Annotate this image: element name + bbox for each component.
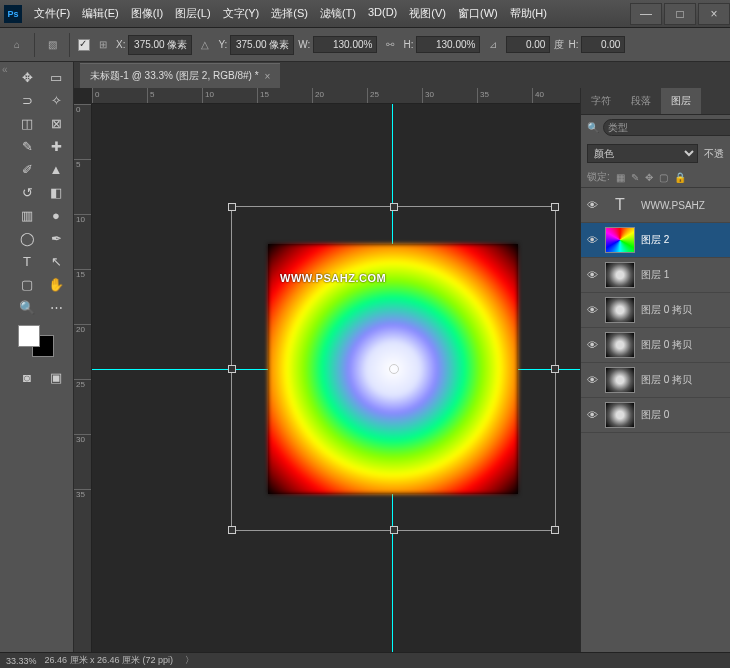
y-input[interactable]: 375.00 像素	[230, 35, 294, 55]
foreground-swatch[interactable]	[18, 325, 40, 347]
hand-tool[interactable]: ✋	[43, 273, 69, 295]
layer-row[interactable]: 👁图层 1	[581, 258, 730, 293]
handle-l[interactable]	[228, 365, 236, 373]
lock-move-icon[interactable]: ✥	[645, 172, 653, 183]
tab-paragraph[interactable]: 段落	[621, 88, 661, 114]
zoom-tool[interactable]: 🔍	[14, 296, 40, 318]
layer-thumb: T	[605, 192, 635, 218]
handle-b[interactable]	[390, 526, 398, 534]
doc-dimensions: 26.46 厘米 x 26.46 厘米 (72 ppi)	[45, 654, 174, 667]
home-icon[interactable]: ⌂	[8, 36, 26, 54]
layer-filter-input[interactable]	[603, 119, 730, 136]
checkbox[interactable]	[78, 39, 90, 51]
menu-item[interactable]: 滤镜(T)	[314, 2, 362, 25]
stamp-tool[interactable]: ▲	[43, 158, 69, 180]
eraser-tool[interactable]: ◧	[43, 181, 69, 203]
blend-mode-select[interactable]: 颜色	[587, 144, 698, 163]
x-input[interactable]: 375.00 像素	[128, 35, 192, 55]
frame-tool[interactable]: ⊠	[43, 112, 69, 134]
close-tab-icon[interactable]: ×	[265, 71, 271, 82]
lock-all-icon[interactable]: 🔒	[674, 172, 686, 183]
layer-thumb	[605, 367, 635, 393]
handle-tl[interactable]	[228, 203, 236, 211]
main-menu: 文件(F)编辑(E)图像(I)图层(L)文字(Y)选择(S)滤镜(T)3D(D)…	[28, 2, 628, 25]
visibility-icon[interactable]: 👁	[585, 373, 599, 387]
tab-layers[interactable]: 图层	[661, 88, 701, 114]
menu-item[interactable]: 视图(V)	[403, 2, 452, 25]
move-tool[interactable]: ✥	[14, 66, 40, 88]
ref-icon[interactable]: △	[196, 36, 214, 54]
handle-br[interactable]	[551, 526, 559, 534]
angle-input[interactable]: 0.00	[506, 36, 550, 53]
heal-tool[interactable]: ✚	[43, 135, 69, 157]
menu-item[interactable]: 选择(S)	[265, 2, 314, 25]
collapse-icon[interactable]: «	[2, 64, 8, 75]
more-tool[interactable]: ⋯	[43, 296, 69, 318]
color-swatches[interactable]	[14, 325, 71, 365]
handle-tr[interactable]	[551, 203, 559, 211]
transform-box[interactable]	[231, 206, 556, 531]
lasso-tool[interactable]: ⊃	[14, 89, 40, 111]
gradient-tool[interactable]: ▥	[14, 204, 40, 226]
visibility-icon[interactable]: 👁	[585, 338, 599, 352]
shape-tool[interactable]: ▢	[14, 273, 40, 295]
visibility-icon[interactable]: 👁	[585, 268, 599, 282]
document-tab[interactable]: 未标题-1 @ 33.3% (图层 2, RGB/8#) * ×	[80, 63, 280, 88]
layer-name: 图层 0 拷贝	[641, 303, 726, 317]
type-tool[interactable]: T	[14, 250, 40, 272]
brush-tool[interactable]: ✐	[14, 158, 40, 180]
status-dropdown-icon[interactable]: 〉	[185, 654, 194, 667]
layer-thumb	[605, 332, 635, 358]
screenmode-tool[interactable]: ▣	[43, 366, 69, 388]
layer-row[interactable]: 👁图层 0 拷贝	[581, 328, 730, 363]
layer-row[interactable]: 👁TWWW.PSAHZ	[581, 188, 730, 223]
wand-tool[interactable]: ✧	[43, 89, 69, 111]
lock-position-icon[interactable]: ✎	[631, 172, 639, 183]
menu-item[interactable]: 编辑(E)	[76, 2, 125, 25]
crop-tool[interactable]: ◫	[14, 112, 40, 134]
layer-row[interactable]: 👁图层 2	[581, 223, 730, 258]
menu-item[interactable]: 文字(Y)	[217, 2, 266, 25]
visibility-icon[interactable]: 👁	[585, 303, 599, 317]
visibility-icon[interactable]: 👁	[585, 233, 599, 247]
visibility-icon[interactable]: 👁	[585, 408, 599, 422]
layer-row[interactable]: 👁图层 0 拷贝	[581, 363, 730, 398]
marquee-tool[interactable]: ▭	[43, 66, 69, 88]
visibility-icon[interactable]: 👁	[585, 198, 599, 212]
menu-item[interactable]: 图层(L)	[169, 2, 216, 25]
handle-r[interactable]	[551, 365, 559, 373]
dodge-tool[interactable]: ◯	[14, 227, 40, 249]
history-brush-tool[interactable]: ↺	[14, 181, 40, 203]
menu-item[interactable]: 窗口(W)	[452, 2, 504, 25]
blur-tool[interactable]: ●	[43, 204, 69, 226]
pen-tool[interactable]: ✒	[43, 227, 69, 249]
path-tool[interactable]: ↖	[43, 250, 69, 272]
handle-t[interactable]	[390, 203, 398, 211]
link-icon[interactable]: ⚯	[381, 36, 399, 54]
zoom-level[interactable]: 33.33%	[6, 656, 37, 666]
minimize-button[interactable]: —	[630, 3, 662, 25]
layer-row[interactable]: 👁图层 0 拷贝	[581, 293, 730, 328]
transform-icon[interactable]: ▧	[43, 36, 61, 54]
lock-label: 锁定:	[587, 170, 610, 184]
x-label: X:	[116, 39, 125, 50]
maximize-button[interactable]: □	[664, 3, 696, 25]
menu-item[interactable]: 3D(D)	[362, 2, 403, 25]
handle-center[interactable]	[389, 364, 399, 374]
hskew-input[interactable]: 0.00	[581, 36, 625, 53]
tab-character[interactable]: 字符	[581, 88, 621, 114]
menu-item[interactable]: 图像(I)	[125, 2, 169, 25]
close-button[interactable]: ×	[698, 3, 730, 25]
handle-bl[interactable]	[228, 526, 236, 534]
eyedropper-tool[interactable]: ✎	[14, 135, 40, 157]
menu-item[interactable]: 文件(F)	[28, 2, 76, 25]
menu-item[interactable]: 帮助(H)	[504, 2, 553, 25]
document-tabs: 未标题-1 @ 33.3% (图层 2, RGB/8#) * ×	[74, 62, 730, 88]
layer-row[interactable]: 👁图层 0	[581, 398, 730, 433]
quickmask-tool[interactable]: ◙	[14, 366, 40, 388]
h-input[interactable]: 130.00%	[416, 36, 480, 53]
lock-artboard-icon[interactable]: ▢	[659, 172, 668, 183]
w-input[interactable]: 130.00%	[313, 36, 377, 53]
lock-pixels-icon[interactable]: ▦	[616, 172, 625, 183]
grid-icon[interactable]: ⊞	[94, 36, 112, 54]
